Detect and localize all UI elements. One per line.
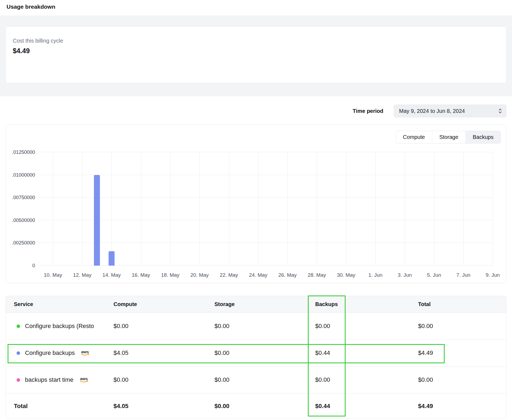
chart-hgridline [38,175,493,175]
x-tick-label: 30. May [337,272,355,278]
y-tick-label: .01000000 [12,172,35,178]
chart-hgridline [38,220,493,220]
chart-metric-tabs: Compute Storage Backups [396,131,501,144]
backups-bar-chart: .01250000.01000000.00750000.00500000.002… [11,151,501,278]
service-cell: Configure backups (Resto [6,323,113,330]
svg-text:aws: aws [81,349,89,354]
tab-storage[interactable]: Storage [432,131,465,143]
service-cell: backups start time aws [6,376,113,383]
x-tick-label: 14. May [102,272,121,278]
total-compute: $4.05 [113,403,214,410]
chart-vgridline [346,152,346,266]
cell-storage: $0.00 [214,323,315,330]
chart-vgridline [200,152,200,266]
chart-vgridline [170,152,170,266]
header-total: Total [418,301,506,307]
page-title: Usage breakdown [0,0,512,10]
usage-page: Usage breakdown Cost this billing cycle … [0,0,512,419]
cell-storage: $0.00 [214,349,315,357]
cost-card-label: Cost this billing cycle [13,37,499,44]
cell-total: $0.00 [418,376,506,383]
series-dot [17,351,20,355]
chart-tabs-row: Compute Storage Backups [11,131,501,144]
cost-card-value: $4.49 [13,47,499,55]
total-total: $4.49 [418,403,506,410]
table-header-row: Service Compute Storage Backups Total [6,296,506,313]
cell-compute: $0.00 [113,323,214,330]
x-tick-label: 9. Jun [486,272,500,278]
y-tick-label: .00750000 [12,195,35,200]
table-row-configure-backups: Configure backups aws $4.05 $0.00 $0.44 … [6,340,506,367]
total-label: Total [6,403,113,410]
chart-bar[interactable] [109,251,115,266]
tab-compute[interactable]: Compute [396,131,432,143]
x-tick-label: 7. Jun [456,272,470,278]
select-updown-icon [498,108,502,114]
x-tick-label: 10. May [44,272,62,278]
usage-chart-card: Compute Storage Backups .01250000.010000… [5,125,507,283]
x-tick-label: 24. May [249,272,267,278]
x-tick-label: 3. Jun [398,272,412,278]
aws-logo-icon: aws [80,349,91,357]
service-name: Configure backups (Resto [25,323,94,330]
chart-hgridline [38,265,493,266]
x-tick-label: 22. May [220,272,238,278]
y-tick-label: .00500000 [12,218,35,223]
y-tick-label: .01250000 [12,149,35,155]
x-tick-label: 20. May [190,272,209,278]
chart-vgridline [434,152,434,266]
x-tick-label: 12. May [73,272,91,278]
cell-backups: $0.44 [315,349,418,357]
chart-vgridline [375,152,376,266]
tab-backups[interactable]: Backups [465,131,501,143]
chart-y-axis: .01250000.01000000.00750000.00500000.002… [11,152,35,266]
chart-vgridline [317,152,317,266]
series-dot [17,378,20,382]
svg-text:aws: aws [80,376,88,381]
chart-hgridline [38,197,493,198]
time-period-label: Time period [353,108,383,114]
cell-total: $0.00 [418,323,506,330]
cell-total: $4.49 [418,349,506,357]
header-service: Service [6,301,113,307]
cell-compute: $0.00 [113,376,214,383]
time-period-row: Time period May 9, 2024 to Jun 8, 2024 [5,104,507,117]
table-total-row: Total $4.05 $0.00 $0.44 $4.49 [6,393,506,419]
chart-vgridline [141,152,141,266]
chart-hgridline [38,152,493,152]
cell-backups: $0.00 [315,323,418,330]
chart-vgridline [287,152,288,266]
time-period-value: May 9, 2024 to Jun 8, 2024 [399,108,465,114]
total-backups: $0.44 [315,403,418,410]
x-tick-label: 5. Jun [427,272,441,278]
header-backups: Backups [315,301,418,307]
chart-vgridline [112,152,112,266]
chart-bar[interactable] [94,175,100,266]
usage-breakdown-table: Service Compute Storage Backups Total Co… [5,296,507,419]
chart-hgridline [38,243,493,243]
x-tick-label: 26. May [278,272,297,278]
cell-storage: $0.00 [214,376,315,383]
cell-backups: $0.00 [315,376,418,383]
series-dot [17,324,20,328]
chart-vgridline [493,152,493,266]
y-tick-label: .00250000 [12,240,35,246]
chart-vgridline [405,152,405,266]
header-compute: Compute [113,301,214,307]
aws-logo-icon: aws [79,376,90,383]
x-tick-label: 16. May [132,272,150,278]
service-cell: Configure backups aws [6,349,113,357]
y-tick-label: 0 [32,263,35,268]
x-tick-label: 18. May [161,272,179,278]
cost-card: Cost this billing cycle $4.49 [5,26,507,83]
x-tick-label: 1. Jun [368,272,383,278]
total-storage: $0.00 [214,403,315,410]
chart-vgridline [53,152,53,266]
chart-x-axis: 10. May12. May14. May16. May18. May20. M… [38,269,493,278]
table-row-backups-start-time: backups start time aws $0.00 $0.00 $0.00… [6,367,506,393]
table-row-configure-backups-restore: Configure backups (Resto $0.00 $0.00 $0.… [6,313,506,340]
header-storage: Storage [214,301,315,307]
chart-plot [38,152,493,266]
time-period-select[interactable]: May 9, 2024 to Jun 8, 2024 [394,104,507,117]
chart-vgridline [258,152,258,266]
